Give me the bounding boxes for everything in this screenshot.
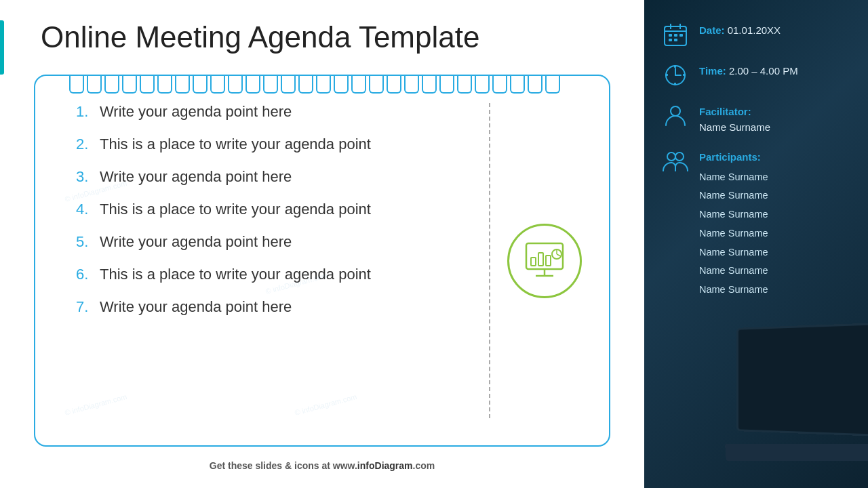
svg-rect-13 (669, 34, 672, 37)
participants-info: Participants: Name SurnameName SurnameNa… (699, 147, 768, 300)
spiral-loop (69, 75, 84, 94)
spiral-loop (422, 75, 437, 94)
spiral-loop (404, 75, 419, 94)
person-icon (661, 102, 690, 130)
spiral-loop (457, 75, 472, 94)
page-title: Online Meeting Agenda Template (41, 20, 610, 54)
facilitator-info: Facilitator: Name Surname (699, 102, 770, 135)
time-value: 2.00 – 4.00 PM (729, 65, 798, 77)
svg-rect-23 (674, 65, 676, 68)
spiral-loop (87, 75, 102, 94)
svg-line-8 (557, 254, 561, 256)
spiral-loop (228, 75, 243, 94)
agenda-text: This is a place to write your agenda poi… (100, 266, 371, 283)
spiral-loop (351, 75, 366, 94)
spiral-loop (193, 75, 208, 94)
agenda-number: 1. (76, 103, 100, 121)
participant-item: Name Surname (699, 186, 768, 205)
agenda-item: 3.Write your agenda point here (76, 168, 582, 186)
svg-rect-14 (674, 34, 677, 37)
agenda-list: 1.Write your agenda point here2.This is … (76, 103, 582, 316)
agenda-number: 5. (76, 233, 100, 251)
left-panel: Online Meeting Agenda Template (0, 0, 644, 488)
svg-point-25 (671, 106, 680, 116)
participants-row: Participants: Name SurnameName SurnameNa… (661, 147, 851, 300)
svg-rect-16 (669, 39, 672, 41)
agenda-item: 6.This is a place to write your agenda p… (76, 266, 582, 283)
spiral-loop (475, 75, 490, 94)
time-row: Time: 2.00 – 4.00 PM (661, 61, 851, 89)
spiral-loop (316, 75, 331, 94)
svg-point-26 (667, 152, 675, 161)
participant-item: Name Surname (699, 243, 768, 262)
svg-point-27 (675, 152, 684, 161)
agenda-number: 4. (76, 201, 100, 218)
spiral-loop (140, 75, 155, 94)
participant-item: Name Surname (699, 224, 768, 243)
date-info: Date: 01.01.20XX (699, 20, 781, 39)
date-row: Date: 01.01.20XX (661, 20, 851, 49)
facilitator-label: Facilitator: (699, 106, 751, 117)
agenda-item: 7.Write your agenda point here (76, 298, 582, 316)
footer-domain: .com (413, 460, 435, 471)
time-label: Time: (699, 65, 726, 77)
spiral-top (69, 75, 589, 94)
agenda-text: This is a place to write your agenda poi… (100, 201, 371, 218)
agenda-text: Write your agenda point here (100, 168, 292, 186)
people-icon (661, 147, 690, 176)
date-value: 01.01.20XX (728, 24, 781, 36)
spiral-loop (298, 75, 313, 94)
footer-brand: infoDiagram (357, 460, 413, 471)
participant-item: Name Surname (699, 205, 768, 224)
clock-icon (661, 61, 690, 89)
calendar-icon (661, 20, 690, 49)
watermark-3: © infoDiagram.com (64, 392, 127, 416)
watermark-4: © infoDiagram.com (294, 392, 357, 416)
spiral-loop (245, 75, 260, 94)
participant-item: Name Surname (699, 262, 768, 281)
right-panel: Date: 01.01.20XX Time: 2.00 – 4.00 PM (644, 0, 868, 488)
footer: Get these slides & icons at www.infoDiag… (34, 460, 610, 474)
participant-item: Name Surname (699, 168, 768, 187)
notebook-card: © infoDiagram.com © infoDiagram.com © in… (34, 75, 610, 447)
agenda-item: 4.This is a place to write your agenda p… (76, 201, 582, 218)
spiral-loop (510, 75, 525, 94)
dashed-separator (489, 103, 490, 418)
spiral-loop (104, 75, 119, 94)
svg-rect-17 (674, 39, 677, 41)
spiral-loop (369, 75, 384, 94)
laptop-screen (736, 323, 868, 437)
laptop-decor (692, 285, 868, 488)
spiral-loop (387, 75, 401, 94)
participants-label: Participants: (699, 151, 761, 163)
spiral-loop (528, 75, 542, 94)
svg-rect-22 (683, 74, 686, 76)
agenda-text: Write your agenda point here (100, 103, 292, 121)
agenda-text: Write your agenda point here (100, 298, 292, 316)
spiral-loop (281, 75, 296, 94)
agenda-item: 2.This is a place to write your agenda p… (76, 136, 582, 153)
agenda-item: 1.Write your agenda point here (76, 103, 582, 121)
spiral-loop (263, 75, 278, 94)
spiral-loop (439, 75, 454, 94)
spiral-loop (492, 75, 507, 94)
spiral-loop (122, 75, 137, 94)
agenda-number: 3. (76, 168, 100, 186)
facilitator-name: Name Surname (699, 120, 770, 136)
spiral-loop (545, 75, 560, 94)
agenda-item: 5.Write your agenda point here (76, 233, 582, 251)
agenda-number: 7. (76, 298, 100, 316)
svg-rect-24 (674, 83, 676, 85)
svg-rect-21 (665, 74, 668, 76)
spiral-loop (334, 75, 349, 94)
laptop-base (725, 444, 868, 461)
footer-text: Get these slides & icons at www. (210, 460, 357, 471)
svg-rect-15 (679, 34, 683, 37)
right-content: Date: 01.01.20XX Time: 2.00 – 4.00 PM (661, 20, 851, 312)
agenda-number: 2. (76, 136, 100, 153)
spiral-loop (175, 75, 190, 94)
svg-rect-3 (531, 258, 536, 266)
presentation-icon-circle (507, 224, 582, 298)
facilitator-row: Facilitator: Name Surname (661, 102, 851, 135)
spiral-loop (157, 75, 172, 94)
